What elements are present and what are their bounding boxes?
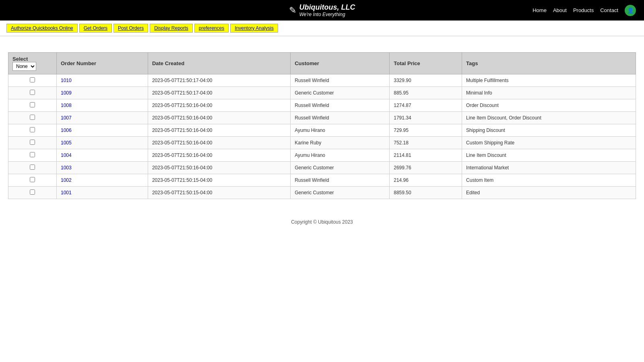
order-number-link[interactable]: 1007 — [61, 115, 72, 121]
row-checkbox[interactable] — [30, 127, 35, 132]
order-customer: Russell Winfield — [291, 174, 390, 187]
nav-products[interactable]: Products — [573, 7, 594, 13]
order-tags: International Market — [462, 162, 636, 174]
col-order-number: Order Number — [57, 53, 148, 74]
table-row: 10082023-05-07T21:50:16-04:00Russell Win… — [8, 99, 636, 112]
order-tags: Order Discount — [462, 99, 636, 112]
table-row: 10102023-05-07T21:50:17-04:00Russell Win… — [8, 74, 636, 87]
table-row: 10092023-05-07T21:50:17-04:00Generic Cus… — [8, 87, 636, 99]
order-total: 214.96 — [390, 174, 462, 187]
main-content: Select NoneAll Order Number Date Created… — [0, 36, 644, 207]
table-header-row: Select NoneAll Order Number Date Created… — [8, 53, 636, 74]
nav-about[interactable]: About — [553, 7, 567, 13]
post-orders-button[interactable]: Post Orders — [114, 24, 148, 33]
table-row: 10052023-05-07T21:50:16-04:00Karine Ruby… — [8, 137, 636, 149]
table-row: 10032023-05-07T21:50:16-04:00Generic Cus… — [8, 162, 636, 174]
order-date: 2023-05-07T21:50:16-04:00 — [148, 149, 290, 162]
orders-table: Select NoneAll Order Number Date Created… — [8, 52, 636, 199]
order-customer: Ayumu Hirano — [291, 149, 390, 162]
row-checkbox[interactable] — [30, 77, 35, 82]
order-number-link[interactable]: 1010 — [61, 78, 72, 83]
logo-icon: ✎ — [289, 6, 296, 15]
order-date: 2023-05-07T21:50:16-04:00 — [148, 137, 290, 149]
table-row: 10072023-05-07T21:50:16-04:00Russell Win… — [8, 112, 636, 124]
logo-text: Ubiquitous, LLC We're Into Everything — [299, 3, 355, 17]
row-checkbox[interactable] — [30, 115, 35, 120]
order-total: 1791.34 — [390, 112, 462, 124]
order-tags: Line Item Discount, Order Discount — [462, 112, 636, 124]
col-total-price: Total Price — [390, 53, 462, 74]
col-date-created: Date Created — [148, 53, 290, 74]
order-number-link[interactable]: 1004 — [61, 152, 72, 158]
row-checkbox[interactable] — [30, 102, 35, 107]
order-customer: Russell Winfield — [291, 99, 390, 112]
order-tags: Multiple Fulfillments — [462, 74, 636, 87]
col-select: Select NoneAll — [8, 53, 57, 74]
order-date: 2023-05-07T21:50:15-04:00 — [148, 187, 290, 199]
order-tags: Custom Shipping Rate — [462, 137, 636, 149]
inventory-analysis-button[interactable]: Inventory Analysis — [230, 24, 278, 33]
preferences-button[interactable]: preferences — [194, 24, 229, 33]
order-total: 8859.50 — [390, 187, 462, 199]
order-tags: Shipping Discount — [462, 124, 636, 137]
order-number-link[interactable]: 1002 — [61, 177, 72, 183]
table-row: 10062023-05-07T21:50:16-04:00Ayumu Hiran… — [8, 124, 636, 137]
user-avatar[interactable]: 👤 — [625, 5, 636, 16]
row-checkbox[interactable] — [30, 140, 35, 145]
order-total: 729.95 — [390, 124, 462, 137]
nav-contact[interactable]: Contact — [600, 7, 618, 13]
order-total: 2114.81 — [390, 149, 462, 162]
order-customer: Russell Winfield — [291, 112, 390, 124]
col-customer: Customer — [291, 53, 390, 74]
col-tags: Tags — [462, 53, 636, 74]
order-date: 2023-05-07T21:50:17-04:00 — [148, 87, 290, 99]
order-tags: Line Item Discount — [462, 149, 636, 162]
order-customer: Generic Customer — [291, 187, 390, 199]
order-customer: Karine Ruby — [291, 137, 390, 149]
order-customer: Generic Customer — [291, 162, 390, 174]
order-total: 3329.90 — [390, 74, 462, 87]
order-number-link[interactable]: 1009 — [61, 90, 72, 96]
order-date: 2023-05-07T21:50:16-04:00 — [148, 112, 290, 124]
order-number-link[interactable]: 1008 — [61, 103, 72, 108]
site-header: ✎ Ubiquitous, LLC We're Into Everything … — [0, 0, 644, 21]
copyright-text: Copyright © Ubiquitous 2023 — [291, 219, 353, 225]
get-orders-button[interactable]: Get Orders — [79, 24, 112, 33]
logo-subtitle: We're Into Everything — [299, 12, 355, 17]
order-tags: Minimal Info — [462, 87, 636, 99]
order-tags: Custom Item — [462, 174, 636, 187]
logo-title: Ubiquitous, LLC — [299, 3, 355, 12]
row-checkbox[interactable] — [30, 177, 35, 182]
row-checkbox[interactable] — [30, 189, 35, 195]
order-number-link[interactable]: 1005 — [61, 140, 72, 146]
order-date: 2023-05-07T21:50:15-04:00 — [148, 174, 290, 187]
row-checkbox[interactable] — [30, 90, 35, 95]
order-date: 2023-05-07T21:50:16-04:00 — [148, 162, 290, 174]
order-number-link[interactable]: 1003 — [61, 165, 72, 171]
order-customer: Russell Winfield — [291, 74, 390, 87]
order-date: 2023-05-07T21:50:16-04:00 — [148, 124, 290, 137]
select-dropdown[interactable]: NoneAll — [12, 62, 36, 71]
select-label: Select — [12, 56, 28, 62]
table-row: 10022023-05-07T21:50:15-04:00Russell Win… — [8, 174, 636, 187]
order-total: 1274.87 — [390, 99, 462, 112]
order-total: 752.18 — [390, 137, 462, 149]
order-number-link[interactable]: 1006 — [61, 128, 72, 133]
footer: Copyright © Ubiquitous 2023 — [0, 207, 644, 233]
row-checkbox[interactable] — [30, 152, 35, 157]
order-tags: Edited — [462, 187, 636, 199]
table-row: 10012023-05-07T21:50:15-04:00Generic Cus… — [8, 187, 636, 199]
nav-home[interactable]: Home — [533, 7, 547, 13]
order-total: 2699.76 — [390, 162, 462, 174]
row-checkbox[interactable] — [30, 165, 35, 170]
display-reports-button[interactable]: Display Reports — [150, 24, 193, 33]
order-number-link[interactable]: 1001 — [61, 190, 72, 195]
table-row: 10042023-05-07T21:50:16-04:00Ayumu Hiran… — [8, 149, 636, 162]
header-nav: Home About Products Contact 👤 — [533, 5, 636, 16]
order-date: 2023-05-07T21:50:16-04:00 — [148, 99, 290, 112]
logo: ✎ Ubiquitous, LLC We're Into Everything — [289, 3, 355, 17]
order-date: 2023-05-07T21:50:17-04:00 — [148, 74, 290, 87]
order-customer: Ayumu Hirano — [291, 124, 390, 137]
authorize-quickbooks-button[interactable]: Authorize Quickbooks Online — [6, 24, 78, 33]
order-customer: Generic Customer — [291, 87, 390, 99]
